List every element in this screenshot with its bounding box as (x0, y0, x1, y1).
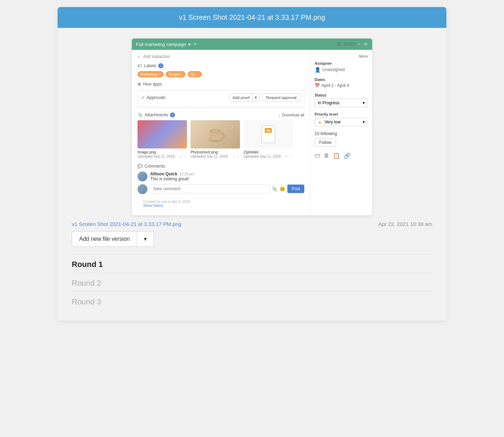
zip-icon: zip (261, 126, 275, 143)
sidebar-bottom-icons: 🗃 🗑 📋 🔗 (315, 152, 368, 159)
attachment-thumb-photoshoot[interactable] (191, 120, 240, 148)
label-q1-remove[interactable]: × (197, 72, 199, 76)
project-name[interactable]: Fall marketing campaign (136, 42, 186, 47)
labels-section-header: 🏷 Labels 1 (137, 63, 304, 68)
dates-value[interactable]: 📅 April 1 - April 4 (315, 83, 368, 88)
task-sidebar: More Assignee 👤 Unassigned Dates (310, 50, 372, 215)
hive-apps-row: ⊞ Hive apps (137, 82, 304, 87)
attachment-actions-zip: ↓ ⋮ (286, 154, 293, 159)
created-info: Created by me on Apr 6, 2020 (143, 200, 299, 204)
add-proof-button[interactable]: Add proof (229, 93, 253, 101)
assignee-value[interactable]: 👤 Unassigned (315, 67, 368, 72)
comment-input[interactable] (150, 184, 270, 193)
file-link[interactable]: v1 Screen Shot 2021-04-21 at 3.33.17 PM.… (72, 221, 181, 227)
add-version-btn-group: Add new file version ▼ (72, 231, 432, 247)
label-target-remove[interactable]: × (180, 72, 182, 76)
round-2-title: Round 2 (72, 279, 432, 288)
round-3-title: Round 3 (72, 297, 432, 307)
post-comment-button[interactable]: Post (287, 185, 304, 193)
attachment-item-image: Image.png Uploaded Sep 11, 2019 ↓ ⋮ (137, 120, 187, 159)
cup-svg (205, 126, 226, 143)
label-q1[interactable]: Q1 × (188, 71, 202, 77)
attachment-thumb-image[interactable] (137, 120, 187, 148)
share-icon[interactable]: 🔗 (344, 152, 351, 159)
download-all-button[interactable]: ↓ Download all (279, 113, 304, 117)
zip-badge: zip (265, 128, 272, 133)
top-bar: v1 Screen Shot 2021-04-21 at 3.33.17 PM.… (58, 7, 446, 28)
divider-3 (72, 291, 432, 292)
minimize-icon[interactable]: − (358, 41, 361, 47)
dates-field: Dates 📅 April 1 - April 4 (315, 77, 368, 88)
round-1-section: Round 1 (72, 260, 432, 269)
download-photoshoot-icon[interactable]: ↓ (233, 154, 235, 159)
more-options-button[interactable]: More (359, 54, 368, 58)
round-2-section: Round 2 (72, 279, 432, 288)
label-icon: 🏷 (137, 63, 142, 68)
comment-text: This is looking great! (150, 176, 304, 181)
emoji-icon[interactable]: 😊 (280, 186, 285, 192)
svg-point-3 (212, 130, 219, 132)
attachment-thumb-zip[interactable]: zip (244, 120, 293, 148)
status-field: Status In Progress ▾ (315, 93, 368, 107)
more-attachment-icon[interactable]: ⋮ (183, 154, 187, 159)
follow-button[interactable]: Follow (315, 138, 336, 147)
priority-select[interactable]: ▲ Very low ▾ (315, 118, 368, 126)
below-card: v1 Screen Shot 2021-04-21 at 3.33.17 PM.… (72, 221, 432, 310)
download-zip-icon[interactable]: ↓ (286, 154, 288, 159)
add-version-button[interactable]: Add new file version (72, 231, 137, 247)
attachment-input-icon[interactable]: 📎 (272, 186, 277, 192)
round-1-title: Round 1 (72, 260, 432, 269)
round-3-section: Round 3 (72, 297, 432, 307)
delete-icon[interactable]: 🗑 (324, 152, 329, 159)
attachments-header: 📎 Attachments 3 ↓ Download all (137, 112, 304, 117)
assignee-field: Assignee 👤 Unassigned (315, 61, 368, 72)
status-chevron-icon: ▾ (363, 100, 365, 105)
file-date: Apr 22, 2021 10:38 am (378, 221, 432, 227)
add-subaction[interactable]: ✓ Add subaction (137, 54, 304, 59)
close-icon[interactable]: ✕ (364, 41, 368, 47)
task-card-header: Fall marketing campaign ▾ ↗ ID: 19283 − … (132, 39, 372, 50)
task-card: Fall marketing campaign ▾ ↗ ID: 19283 − … (132, 39, 372, 215)
add-version-dropdown[interactable]: ▼ (137, 231, 154, 247)
calendar-icon: 📅 (315, 83, 320, 88)
label-target[interactable]: Target × (166, 71, 186, 77)
duplicate-icon[interactable]: 📋 (333, 152, 340, 159)
attachment-date-zip: Uploaded Sep 11, 2019 (244, 155, 281, 158)
dropdown-icon[interactable]: ▾ (188, 42, 191, 47)
external-link-icon[interactable]: ↗ (193, 42, 197, 47)
add-proof-dropdown[interactable]: ▾ (253, 93, 259, 101)
attachment-name-image: Image.png (137, 150, 187, 154)
more-photoshoot-icon[interactable]: ⋮ (236, 154, 240, 159)
labels-row: Marketing × Target × Q1 × (137, 71, 304, 77)
request-approval-button[interactable]: Request approval (262, 93, 300, 101)
following-count: 10 following (315, 131, 368, 136)
person-icon: 👤 (315, 67, 321, 72)
comment-input-row: 📎 😊 Post (150, 184, 304, 193)
more-zip-icon[interactable]: ⋮ (289, 154, 293, 159)
comment-content: Allison Quick 12:20 pm This is looking g… (150, 171, 304, 181)
following-section: 10 following Follow (315, 131, 368, 147)
download-attachment-icon[interactable]: ↓ (180, 154, 182, 159)
attachment-meta-photoshoot: Uploaded Sep 11, 2019 ↓ ⋮ (191, 154, 240, 159)
label-marketing-remove[interactable]: × (158, 72, 160, 76)
new-comment-row: 📎 😊 Post (137, 184, 304, 194)
comment-author: Allison Quick (150, 171, 177, 176)
show-history-link[interactable]: Show history (143, 204, 163, 208)
priority-label: Priority level (315, 112, 368, 116)
label-marketing[interactable]: Marketing × (137, 71, 164, 77)
attachment-item-photoshoot: Photoshoot.png Uploaded Sep 11, 2019 ↓ ⋮ (191, 120, 240, 159)
avatar-allison (137, 171, 147, 181)
attachment-name-photoshoot: Photoshoot.png (191, 150, 240, 154)
divider-1 (72, 254, 432, 254)
dates-label: Dates (315, 77, 368, 82)
comments-section: 💬 Comments Allison Quick 12:20 pm (137, 164, 304, 194)
archive-icon[interactable]: 🗃 (315, 152, 320, 159)
approvals-icon: ✓ (141, 95, 145, 100)
status-select[interactable]: In Progress ▾ (315, 99, 368, 107)
attachment-date-image: Uploaded Sep 11, 2019 (137, 155, 175, 158)
attachments-grid: Image.png Uploaded Sep 11, 2019 ↓ ⋮ (137, 120, 304, 159)
download-icon: ↓ (279, 113, 281, 117)
approvals-header: ✓ Approvals Add proof ▾ Request approval (141, 93, 300, 101)
attachments-section: 📎 Attachments 3 ↓ Download all (137, 112, 304, 159)
attachment-meta-image: Uploaded Sep 11, 2019 ↓ ⋮ (137, 154, 187, 159)
